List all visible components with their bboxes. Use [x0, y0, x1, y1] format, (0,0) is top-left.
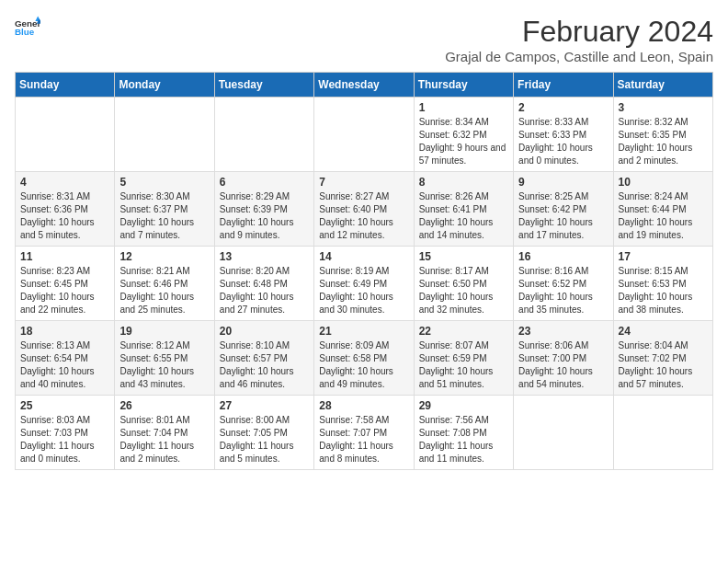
- calendar-cell: 19Sunrise: 8:12 AM Sunset: 6:55 PM Dayli…: [115, 321, 214, 396]
- day-info: Sunrise: 8:00 AM Sunset: 7:05 PM Dayligh…: [220, 414, 309, 465]
- calendar-week-2: 4Sunrise: 8:31 AM Sunset: 6:36 PM Daylig…: [16, 172, 713, 247]
- day-info: Sunrise: 8:26 AM Sunset: 6:41 PM Dayligh…: [419, 190, 508, 242]
- day-info: Sunrise: 8:15 AM Sunset: 6:53 PM Dayligh…: [619, 265, 708, 316]
- calendar-cell: 27Sunrise: 8:00 AM Sunset: 7:05 PM Dayli…: [214, 396, 313, 470]
- day-number: 11: [20, 250, 109, 263]
- calendar-cell: 15Sunrise: 8:17 AM Sunset: 6:50 PM Dayli…: [414, 247, 513, 321]
- calendar-cell: 9Sunrise: 8:25 AM Sunset: 6:42 PM Daylig…: [514, 172, 613, 247]
- title-section: February 2024 Grajal de Campos, Castille…: [445, 15, 713, 64]
- day-info: Sunrise: 7:58 AM Sunset: 7:07 PM Dayligh…: [319, 414, 408, 465]
- calendar-cell: 1Sunrise: 8:34 AM Sunset: 6:32 PM Daylig…: [414, 98, 513, 172]
- day-number: 14: [319, 250, 408, 263]
- day-info: Sunrise: 8:17 AM Sunset: 6:50 PM Dayligh…: [419, 265, 508, 316]
- day-info: Sunrise: 8:09 AM Sunset: 6:58 PM Dayligh…: [319, 339, 408, 391]
- day-number: 13: [220, 250, 309, 263]
- calendar-cell: [115, 98, 214, 172]
- day-number: 1: [419, 101, 508, 114]
- day-info: Sunrise: 8:27 AM Sunset: 6:40 PM Dayligh…: [319, 190, 408, 242]
- logo-icon: General Blue: [15, 15, 40, 40]
- day-number: 12: [119, 250, 209, 263]
- day-header-saturday: Saturday: [613, 73, 712, 98]
- day-info: Sunrise: 8:24 AM Sunset: 6:44 PM Dayligh…: [619, 190, 708, 242]
- day-info: Sunrise: 8:16 AM Sunset: 6:52 PM Dayligh…: [518, 265, 608, 316]
- svg-text:Blue: Blue: [15, 27, 35, 37]
- day-header-wednesday: Wednesday: [314, 73, 414, 98]
- day-number: 15: [419, 250, 508, 263]
- day-number: 3: [619, 101, 708, 114]
- calendar-cell: 10Sunrise: 8:24 AM Sunset: 6:44 PM Dayli…: [613, 172, 712, 247]
- day-number: 29: [419, 399, 508, 412]
- day-info: Sunrise: 8:03 AM Sunset: 7:03 PM Dayligh…: [20, 414, 109, 465]
- calendar-table: SundayMondayTuesdayWednesdayThursdayFrid…: [15, 72, 713, 470]
- main-title: February 2024: [445, 15, 713, 49]
- day-number: 8: [419, 176, 508, 189]
- day-number: 2: [518, 101, 608, 114]
- calendar-week-3: 11Sunrise: 8:23 AM Sunset: 6:45 PM Dayli…: [16, 247, 713, 321]
- day-info: Sunrise: 8:30 AM Sunset: 6:37 PM Dayligh…: [119, 190, 209, 242]
- calendar-cell: 21Sunrise: 8:09 AM Sunset: 6:58 PM Dayli…: [314, 321, 414, 396]
- day-info: Sunrise: 8:23 AM Sunset: 6:45 PM Dayligh…: [20, 265, 109, 316]
- calendar-cell: 5Sunrise: 8:30 AM Sunset: 6:37 PM Daylig…: [115, 172, 214, 247]
- day-info: Sunrise: 8:33 AM Sunset: 6:33 PM Dayligh…: [518, 116, 608, 167]
- calendar-week-4: 18Sunrise: 8:13 AM Sunset: 6:54 PM Dayli…: [16, 321, 713, 396]
- day-info: Sunrise: 8:07 AM Sunset: 6:59 PM Dayligh…: [419, 339, 508, 391]
- day-info: Sunrise: 8:31 AM Sunset: 6:36 PM Dayligh…: [20, 190, 109, 242]
- day-header-tuesday: Tuesday: [214, 73, 313, 98]
- day-number: 6: [220, 176, 309, 189]
- day-number: 28: [319, 399, 408, 412]
- day-number: 25: [20, 399, 109, 412]
- day-info: Sunrise: 8:21 AM Sunset: 6:46 PM Dayligh…: [119, 265, 209, 316]
- day-number: 10: [619, 176, 708, 189]
- day-number: 26: [119, 399, 209, 412]
- day-header-thursday: Thursday: [414, 73, 513, 98]
- calendar-cell: 17Sunrise: 8:15 AM Sunset: 6:53 PM Dayli…: [613, 247, 712, 321]
- day-info: Sunrise: 8:10 AM Sunset: 6:57 PM Dayligh…: [220, 339, 309, 391]
- day-number: 21: [319, 325, 408, 338]
- day-info: Sunrise: 8:34 AM Sunset: 6:32 PM Dayligh…: [419, 116, 508, 167]
- calendar-cell: 6Sunrise: 8:29 AM Sunset: 6:39 PM Daylig…: [214, 172, 313, 247]
- calendar-cell: 28Sunrise: 7:58 AM Sunset: 7:07 PM Dayli…: [314, 396, 414, 470]
- calendar-cell: 12Sunrise: 8:21 AM Sunset: 6:46 PM Dayli…: [115, 247, 214, 321]
- day-info: Sunrise: 8:32 AM Sunset: 6:35 PM Dayligh…: [619, 116, 708, 167]
- calendar-week-1: 1Sunrise: 8:34 AM Sunset: 6:32 PM Daylig…: [16, 98, 713, 172]
- calendar-cell: 8Sunrise: 8:26 AM Sunset: 6:41 PM Daylig…: [414, 172, 513, 247]
- calendar-cell: 2Sunrise: 8:33 AM Sunset: 6:33 PM Daylig…: [514, 98, 613, 172]
- day-number: 19: [119, 325, 209, 338]
- day-number: 27: [220, 399, 309, 412]
- day-number: 18: [20, 325, 109, 338]
- calendar-cell: [613, 396, 712, 470]
- day-info: Sunrise: 8:12 AM Sunset: 6:55 PM Dayligh…: [119, 339, 209, 391]
- calendar-cell: 26Sunrise: 8:01 AM Sunset: 7:04 PM Dayli…: [115, 396, 214, 470]
- calendar-cell: [314, 98, 414, 172]
- day-info: Sunrise: 7:56 AM Sunset: 7:08 PM Dayligh…: [419, 414, 508, 465]
- calendar-cell: 7Sunrise: 8:27 AM Sunset: 6:40 PM Daylig…: [314, 172, 414, 247]
- calendar-cell: 13Sunrise: 8:20 AM Sunset: 6:48 PM Dayli…: [214, 247, 313, 321]
- day-info: Sunrise: 8:19 AM Sunset: 6:49 PM Dayligh…: [319, 265, 408, 316]
- day-number: 17: [619, 250, 708, 263]
- calendar-body: 1Sunrise: 8:34 AM Sunset: 6:32 PM Daylig…: [16, 98, 713, 470]
- day-number: 22: [419, 325, 508, 338]
- calendar-cell: [214, 98, 313, 172]
- calendar-cell: [514, 396, 613, 470]
- day-number: 7: [319, 176, 408, 189]
- day-number: 4: [20, 176, 109, 189]
- day-info: Sunrise: 8:04 AM Sunset: 7:02 PM Dayligh…: [619, 339, 708, 391]
- day-info: Sunrise: 8:25 AM Sunset: 6:42 PM Dayligh…: [518, 190, 608, 242]
- day-number: 24: [619, 325, 708, 338]
- day-number: 16: [518, 250, 608, 263]
- calendar-cell: 24Sunrise: 8:04 AM Sunset: 7:02 PM Dayli…: [613, 321, 712, 396]
- calendar-header-row: SundayMondayTuesdayWednesdayThursdayFrid…: [16, 73, 713, 98]
- day-header-sunday: Sunday: [16, 73, 115, 98]
- calendar-cell: 25Sunrise: 8:03 AM Sunset: 7:03 PM Dayli…: [16, 396, 115, 470]
- calendar-cell: 23Sunrise: 8:06 AM Sunset: 7:00 PM Dayli…: [514, 321, 613, 396]
- calendar-cell: 11Sunrise: 8:23 AM Sunset: 6:45 PM Dayli…: [16, 247, 115, 321]
- calendar-cell: 18Sunrise: 8:13 AM Sunset: 6:54 PM Dayli…: [16, 321, 115, 396]
- day-info: Sunrise: 8:13 AM Sunset: 6:54 PM Dayligh…: [20, 339, 109, 391]
- calendar-cell: 22Sunrise: 8:07 AM Sunset: 6:59 PM Dayli…: [414, 321, 513, 396]
- calendar-cell: 29Sunrise: 7:56 AM Sunset: 7:08 PM Dayli…: [414, 396, 513, 470]
- day-header-monday: Monday: [115, 73, 214, 98]
- day-number: 5: [119, 176, 209, 189]
- day-number: 23: [518, 325, 608, 338]
- day-number: 20: [220, 325, 309, 338]
- day-info: Sunrise: 8:06 AM Sunset: 7:00 PM Dayligh…: [518, 339, 608, 391]
